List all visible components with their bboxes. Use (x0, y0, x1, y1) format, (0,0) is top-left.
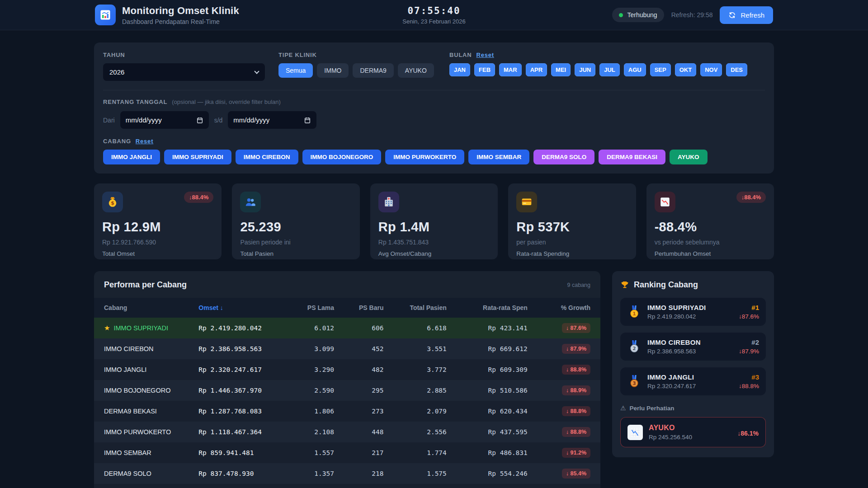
clinic-type-immo-button[interactable]: IMMO (317, 63, 349, 78)
kpi-total-omset: $ ↓88.4% Rp 12.9M Rp 12.921.766.590 Tota… (94, 183, 222, 259)
month-des-button[interactable]: DES (726, 63, 747, 76)
month-jul-button[interactable]: JUL (599, 63, 620, 76)
column-total-pasien[interactable]: Total Pasien (389, 298, 452, 318)
app-logo (95, 5, 116, 25)
branch-count: 9 cabang (567, 282, 590, 288)
status-label: Terhubung (627, 11, 657, 19)
cell-total-pasien: 2.556 (389, 422, 452, 442)
branch-immo-cirebon-button[interactable]: IMMO CIREBON (236, 150, 298, 164)
cell-cabang: IMMO JANGLI (94, 359, 193, 380)
cell-ps-lama: 6.012 (290, 318, 340, 338)
growth-badge: ↓ 91.2% (562, 448, 590, 458)
cell-total-pasien: 3.772 (389, 359, 452, 380)
kpi-label: Total Pasien (240, 250, 351, 257)
month-reset-link[interactable]: Reset (476, 52, 494, 58)
cell-growth: ↓ 86.1% (533, 484, 600, 488)
month-jun-button[interactable]: JUN (575, 63, 595, 76)
date-to-input[interactable]: mm/dd/yyyy (228, 111, 316, 129)
branch-derma9-bekasi-button[interactable]: DERMA9 BEKASI (599, 150, 665, 164)
refresh-button[interactable]: Refresh (720, 6, 773, 24)
growth-badge: ↓ 87.6% (562, 323, 590, 333)
growth-badge: ↓ 88.8% (562, 427, 590, 437)
clinic-type-ayuko-button[interactable]: AYUKO (398, 63, 434, 78)
attention-branch-omset: Rp 245.256.540 (649, 434, 731, 441)
month-sep-button[interactable]: SEP (650, 63, 671, 76)
branch-immo-jangli-button[interactable]: IMMO JANGLI (103, 150, 160, 164)
month-okt-button[interactable]: OKT (675, 63, 696, 76)
ranking-item-2: 2 IMMO CIREBON Rp 2.386.958.563 #2 ↓87.9… (620, 333, 766, 361)
branch-immo-purwokerto-button[interactable]: IMMO PURWOKERTO (385, 150, 464, 164)
cell-ps-lama: 2.108 (290, 422, 340, 442)
column-omset-sorted[interactable]: Omset ↓ (193, 298, 290, 318)
month-mei-button[interactable]: MEI (551, 63, 571, 76)
cell-growth: ↓ 88.9% (533, 380, 600, 401)
growth-badge: ↓ 88.8% (562, 365, 590, 375)
branch-reset-link[interactable]: Reset (136, 138, 153, 145)
year-select[interactable]: 2026 (103, 63, 265, 81)
growth-badge: ↓ 88.8% (562, 406, 590, 416)
month-jan-button[interactable]: JAN (449, 63, 470, 76)
cell-cabang: IMMO SEMBAR (94, 442, 193, 463)
page-subtitle: Dashboard Pendapatan Real-Time (122, 18, 239, 25)
date-from-input[interactable]: mm/dd/yyyy (120, 111, 209, 129)
column-ps-baru[interactable]: PS Baru (340, 298, 389, 318)
column-ps-lama[interactable]: PS Lama (290, 298, 340, 318)
cell-cabang: IMMO PURWOKERTO (94, 422, 193, 442)
month-agu-button[interactable]: AGU (624, 63, 646, 76)
clinic-type-semua-button[interactable]: Semua (278, 63, 313, 78)
growth-badge: ↓ 87.9% (562, 344, 590, 354)
table-header-row: Cabang Omset ↓ PS Lama PS Baru Total Pas… (94, 298, 600, 318)
cell-ps-baru: 273 (340, 401, 389, 422)
date-range-hint: (opsional — jika diisi, override filter … (172, 99, 281, 105)
gold-medal-icon: 1 (627, 305, 642, 319)
kpi-subvalue: Pasien periode ini (240, 239, 351, 246)
branch-immo-supriyadi-button[interactable]: IMMO SUPRIYADI (164, 150, 231, 164)
date-range-label: RENTANG TANGGAL (103, 99, 167, 105)
rank-position: #2 (739, 338, 759, 346)
month-feb-button[interactable]: FEB (474, 63, 495, 76)
cell-cabang: DERMA9 SOLO (94, 463, 193, 484)
kpi-rata-spending: Rp 537K per pasien Rata-rata Spending (508, 183, 636, 259)
cell-ps-baru: 217 (340, 442, 389, 463)
cell-growth: ↓ 87.6% (533, 318, 600, 338)
branch-immo-bojonegoro-button[interactable]: IMMO BOJONEGORO (302, 150, 382, 164)
svg-text:1: 1 (632, 311, 636, 317)
month-nov-button[interactable]: NOV (700, 63, 722, 76)
cell-total-pasien: 3.551 (389, 338, 452, 359)
refresh-button-label: Refresh (741, 11, 764, 19)
branch-immo-sembar-button[interactable]: IMMO SEMBAR (468, 150, 529, 164)
date-to-placeholder: mm/dd/yyyy (233, 116, 269, 124)
table-row: AYUKO Rp 245.256.540 429 0 429 Rp 571.77… (94, 484, 600, 488)
cell-total-pasien: 429 (389, 484, 452, 488)
cell-ps-lama: 429 (290, 484, 340, 488)
rank-position: #3 (739, 373, 759, 381)
table-row: IMMO SEMBAR Rp 859.941.481 1.557 217 1.7… (94, 442, 600, 463)
table-row: IMMO CIREBON Rp 2.386.958.563 3.099 452 … (94, 338, 600, 359)
column-cabang[interactable]: Cabang (94, 298, 193, 318)
svg-text:3: 3 (632, 380, 636, 386)
kpi-avg-omset: Rp 1.4M Rp 1.435.751.843 Avg Omset/Caban… (370, 183, 498, 259)
cell-growth: ↓ 85.4% (533, 463, 600, 484)
rank-position: #1 (739, 304, 759, 311)
month-apr-button[interactable]: APR (526, 63, 547, 76)
cell-omset: Rp 2.419.280.042 (193, 318, 290, 338)
cell-growth: ↓ 88.8% (533, 401, 600, 422)
svg-text:2: 2 (632, 346, 636, 352)
table-row: DERMA9 SOLO Rp 837.478.930 1.357 218 1.5… (94, 463, 600, 484)
status-badge: Terhubung (612, 8, 664, 22)
bronze-medal-icon: 3 (627, 374, 642, 389)
kpi-label: Avg Omset/Cabang (378, 250, 490, 257)
kpi-subvalue: Rp 1.435.751.843 (378, 239, 490, 246)
cell-total-pasien: 1.575 (389, 463, 452, 484)
warning-icon: ⚠ (620, 404, 626, 412)
cell-growth: ↓ 88.8% (533, 422, 600, 442)
kpi-label: Pertumbuhan Omset (655, 250, 766, 257)
branch-ayuko-button[interactable]: AYUKO (670, 150, 708, 164)
ranking-branch-omset: Rp 2.320.247.617 (647, 383, 733, 389)
column-rata-rata-spend[interactable]: Rata-rata Spen (452, 298, 533, 318)
branch-derma9-solo-button[interactable]: DERMA9 SOLO (533, 150, 594, 164)
column-growth[interactable]: % Growth (533, 298, 600, 318)
month-mar-button[interactable]: MAR (499, 63, 522, 76)
clinic-type-derma9-button[interactable]: DERMA9 (353, 63, 393, 78)
ranking-title: Ranking Cabang (634, 280, 698, 290)
